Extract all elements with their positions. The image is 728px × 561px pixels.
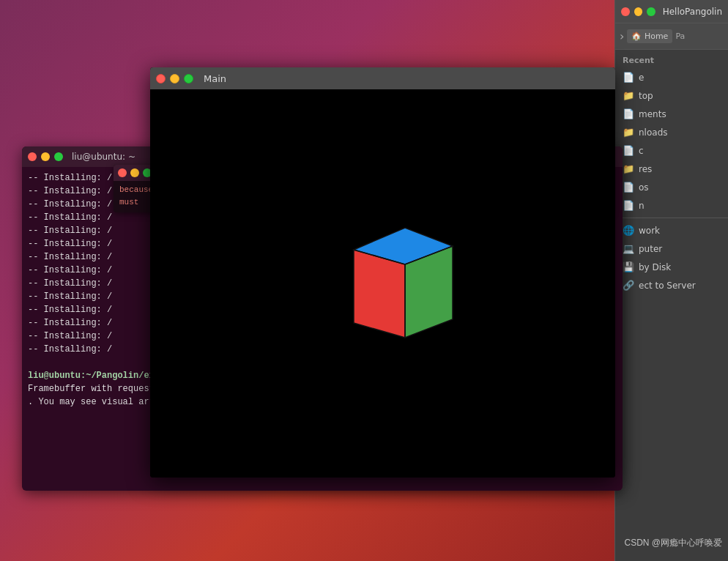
list-item[interactable]: 📁 res [615, 160, 728, 178]
list-item-label: work [639, 226, 660, 236]
list-item-label: res [639, 164, 652, 174]
list-item[interactable]: 📄 c [615, 141, 728, 160]
list-item[interactable]: 📁 nloads [615, 123, 728, 141]
cube-svg [310, 191, 456, 367]
main-close-button[interactable] [156, 74, 166, 83]
terminal-close-button[interactable] [28, 152, 37, 161]
file-manager-panel: HelloPangolin › 🏠 Home Pa Recent 📄 e 📁 t… [614, 0, 728, 561]
list-item-label: by Disk [639, 262, 671, 272]
small-terminal-min[interactable] [130, 168, 139, 177]
fm-home-button[interactable]: 🏠 Home [627, 29, 672, 43]
file-icon: 📄 [623, 145, 634, 156]
file-manager-titlebar: HelloPangolin [615, 0, 728, 23]
terminal-title: liu@ubuntu: ~ [72, 152, 135, 162]
fm-maximize-button[interactable] [647, 7, 655, 16]
fm-close-button[interactable] [621, 7, 630, 16]
list-item-label: puter [639, 244, 662, 254]
opengl-canvas[interactable] [150, 89, 615, 478]
list-item-label: c [639, 146, 644, 156]
folder-icon: 📁 [623, 127, 634, 138]
file-icon: 📄 [623, 200, 634, 211]
list-item[interactable]: 📁 top [615, 86, 728, 105]
list-item[interactable]: 📄 e [615, 68, 728, 86]
fm-title: HelloPangolin [663, 7, 722, 17]
main-window-title: Main [204, 73, 226, 84]
list-item[interactable]: 💾 by Disk [615, 258, 728, 276]
folder-icon: 📁 [623, 90, 634, 101]
list-item-label: ect to Server [639, 280, 696, 291]
fm-nav-forward-arrow[interactable]: › [620, 29, 624, 43]
fm-divider [615, 218, 728, 218]
main-opengl-window[interactable]: Main [150, 67, 615, 478]
list-item-label: ments [639, 109, 666, 119]
list-item[interactable]: 💻 puter [615, 239, 728, 258]
watermark: CSDN @网瘾中心呼唤爱 [624, 537, 722, 549]
list-item-label: e [639, 73, 644, 83]
main-maximize-button[interactable] [184, 74, 193, 83]
fm-nav-bar: › 🏠 Home Pa [615, 23, 728, 50]
main-window-titlebar: Main [150, 67, 615, 89]
list-item[interactable]: 📄 ments [615, 105, 728, 123]
list-item-label: n [639, 201, 645, 211]
folder-icon: 📁 [623, 163, 634, 174]
network-icon: 🌐 [623, 225, 634, 236]
cube-face-red [354, 250, 405, 338]
terminal-minimize-button[interactable] [41, 152, 50, 161]
list-item[interactable]: 🔗 ect to Server [615, 276, 728, 294]
disk-icon: 💾 [623, 261, 634, 272]
3d-cube [310, 191, 456, 338]
fm-recent-section: Recent [615, 50, 728, 68]
small-terminal-close[interactable] [118, 168, 127, 177]
terminal-maximize-button[interactable] [54, 152, 63, 161]
list-item[interactable]: 📄 n [615, 196, 728, 215]
main-minimize-button[interactable] [170, 74, 179, 83]
list-item[interactable]: 🌐 work [615, 221, 728, 239]
list-item-label: nloads [639, 127, 668, 138]
file-icon: 📄 [623, 72, 634, 83]
list-item-label: os [639, 182, 649, 193]
computer-icon: 💻 [623, 243, 634, 254]
file-icon: 📄 [623, 182, 634, 193]
server-icon: 🔗 [623, 280, 634, 291]
list-item[interactable]: 📄 os [615, 178, 728, 196]
file-icon: 📄 [623, 108, 634, 119]
list-item-label: top [639, 91, 653, 101]
fm-breadcrumb: Pa [675, 31, 685, 41]
watermark-text: CSDN @网瘾中心呼唤爱 [624, 538, 722, 548]
fm-minimize-button[interactable] [634, 7, 643, 16]
